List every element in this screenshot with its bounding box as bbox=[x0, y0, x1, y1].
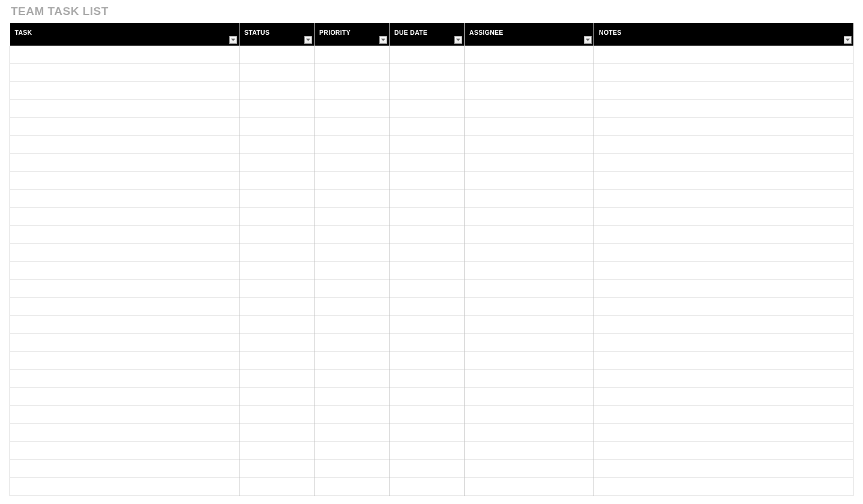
table-cell[interactable] bbox=[10, 172, 239, 190]
table-cell[interactable] bbox=[239, 136, 314, 154]
table-cell[interactable] bbox=[389, 190, 465, 208]
table-cell[interactable] bbox=[594, 316, 853, 334]
table-cell[interactable] bbox=[594, 190, 853, 208]
table-cell[interactable] bbox=[10, 226, 239, 244]
table-cell[interactable] bbox=[10, 424, 239, 442]
table-cell[interactable] bbox=[239, 406, 314, 424]
table-cell[interactable] bbox=[314, 460, 389, 478]
table-cell[interactable] bbox=[314, 64, 389, 82]
table-cell[interactable] bbox=[594, 262, 853, 280]
table-cell[interactable] bbox=[465, 460, 594, 478]
table-cell[interactable] bbox=[239, 370, 314, 388]
table-cell[interactable] bbox=[465, 118, 594, 136]
table-cell[interactable] bbox=[239, 154, 314, 172]
table-cell[interactable] bbox=[239, 64, 314, 82]
table-cell[interactable] bbox=[594, 64, 853, 82]
table-cell[interactable] bbox=[389, 244, 465, 262]
table-cell[interactable] bbox=[594, 280, 853, 298]
table-cell[interactable] bbox=[465, 172, 594, 190]
table-cell[interactable] bbox=[594, 208, 853, 226]
table-cell[interactable] bbox=[239, 460, 314, 478]
table-cell[interactable] bbox=[10, 208, 239, 226]
table-cell[interactable] bbox=[239, 118, 314, 136]
table-cell[interactable] bbox=[389, 172, 465, 190]
table-cell[interactable] bbox=[594, 478, 853, 496]
table-cell[interactable] bbox=[465, 316, 594, 334]
table-cell[interactable] bbox=[594, 334, 853, 352]
table-cell[interactable] bbox=[239, 208, 314, 226]
table-cell[interactable] bbox=[594, 118, 853, 136]
table-cell[interactable] bbox=[314, 442, 389, 460]
table-cell[interactable] bbox=[314, 334, 389, 352]
table-cell[interactable] bbox=[465, 154, 594, 172]
table-cell[interactable] bbox=[10, 244, 239, 262]
table-cell[interactable] bbox=[389, 424, 465, 442]
table-cell[interactable] bbox=[314, 208, 389, 226]
table-cell[interactable] bbox=[10, 82, 239, 100]
table-cell[interactable] bbox=[389, 118, 465, 136]
table-cell[interactable] bbox=[465, 442, 594, 460]
table-cell[interactable] bbox=[239, 244, 314, 262]
filter-dropdown-icon[interactable] bbox=[844, 36, 852, 44]
table-cell[interactable] bbox=[239, 424, 314, 442]
table-cell[interactable] bbox=[239, 190, 314, 208]
table-cell[interactable] bbox=[594, 406, 853, 424]
filter-dropdown-icon[interactable] bbox=[454, 36, 462, 44]
table-cell[interactable] bbox=[594, 136, 853, 154]
table-cell[interactable] bbox=[10, 64, 239, 82]
table-cell[interactable] bbox=[314, 82, 389, 100]
table-cell[interactable] bbox=[239, 226, 314, 244]
table-cell[interactable] bbox=[465, 298, 594, 316]
table-cell[interactable] bbox=[10, 46, 239, 64]
table-cell[interactable] bbox=[594, 226, 853, 244]
table-cell[interactable] bbox=[10, 280, 239, 298]
table-cell[interactable] bbox=[10, 406, 239, 424]
table-cell[interactable] bbox=[314, 118, 389, 136]
table-cell[interactable] bbox=[389, 388, 465, 406]
table-cell[interactable] bbox=[10, 478, 239, 496]
table-cell[interactable] bbox=[314, 136, 389, 154]
table-cell[interactable] bbox=[10, 388, 239, 406]
table-cell[interactable] bbox=[10, 442, 239, 460]
table-cell[interactable] bbox=[10, 370, 239, 388]
table-cell[interactable] bbox=[10, 136, 239, 154]
filter-dropdown-icon[interactable] bbox=[584, 36, 592, 44]
table-cell[interactable] bbox=[389, 298, 465, 316]
table-cell[interactable] bbox=[594, 154, 853, 172]
filter-dropdown-icon[interactable] bbox=[379, 36, 387, 44]
table-cell[interactable] bbox=[465, 100, 594, 118]
table-cell[interactable] bbox=[314, 262, 389, 280]
table-cell[interactable] bbox=[314, 244, 389, 262]
table-cell[interactable] bbox=[314, 172, 389, 190]
table-cell[interactable] bbox=[389, 262, 465, 280]
table-cell[interactable] bbox=[314, 298, 389, 316]
table-cell[interactable] bbox=[389, 226, 465, 244]
table-cell[interactable] bbox=[239, 316, 314, 334]
table-cell[interactable] bbox=[465, 208, 594, 226]
table-cell[interactable] bbox=[314, 154, 389, 172]
table-cell[interactable] bbox=[465, 226, 594, 244]
table-cell[interactable] bbox=[465, 262, 594, 280]
table-cell[interactable] bbox=[314, 100, 389, 118]
table-cell[interactable] bbox=[314, 280, 389, 298]
table-cell[interactable] bbox=[389, 46, 465, 64]
table-cell[interactable] bbox=[389, 316, 465, 334]
table-cell[interactable] bbox=[594, 172, 853, 190]
table-cell[interactable] bbox=[465, 190, 594, 208]
table-cell[interactable] bbox=[594, 424, 853, 442]
filter-dropdown-icon[interactable] bbox=[229, 36, 237, 44]
table-cell[interactable] bbox=[10, 316, 239, 334]
table-cell[interactable] bbox=[314, 388, 389, 406]
table-cell[interactable] bbox=[465, 136, 594, 154]
table-cell[interactable] bbox=[465, 352, 594, 370]
table-cell[interactable] bbox=[389, 100, 465, 118]
table-cell[interactable] bbox=[10, 154, 239, 172]
table-cell[interactable] bbox=[389, 136, 465, 154]
table-cell[interactable] bbox=[239, 334, 314, 352]
table-cell[interactable] bbox=[389, 460, 465, 478]
table-cell[interactable] bbox=[465, 46, 594, 64]
table-cell[interactable] bbox=[465, 64, 594, 82]
filter-dropdown-icon[interactable] bbox=[304, 36, 312, 44]
table-cell[interactable] bbox=[239, 46, 314, 64]
table-cell[interactable] bbox=[594, 82, 853, 100]
